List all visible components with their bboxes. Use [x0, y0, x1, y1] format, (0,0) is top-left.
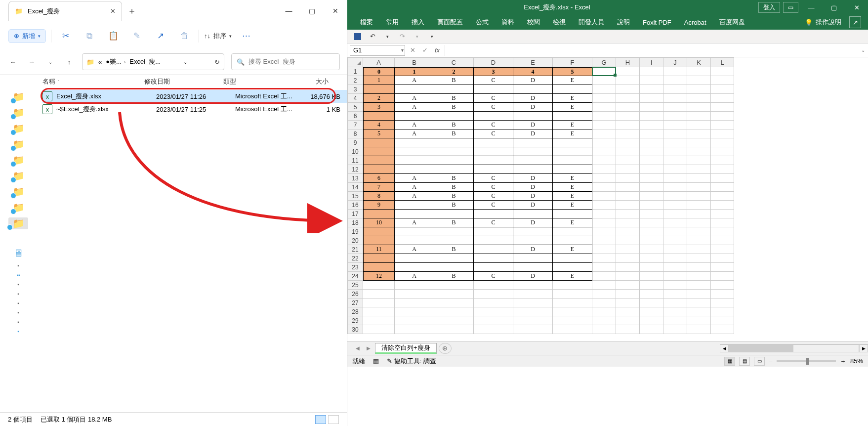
cell[interactable]: [687, 290, 711, 298]
fx-icon[interactable]: fx: [435, 46, 440, 54]
cell[interactable]: [711, 281, 734, 290]
cell[interactable]: [640, 67, 663, 76]
cell[interactable]: C: [474, 218, 513, 227]
cell[interactable]: [687, 112, 711, 121]
cell[interactable]: E: [553, 272, 592, 281]
row-header[interactable]: 8: [347, 129, 363, 138]
cell[interactable]: [592, 121, 616, 129]
row-header[interactable]: 1: [347, 67, 363, 76]
cell[interactable]: [640, 85, 663, 94]
cell[interactable]: A: [395, 183, 434, 192]
row-header[interactable]: 2: [347, 76, 363, 85]
cell[interactable]: [640, 263, 663, 272]
cell[interactable]: 2: [434, 67, 474, 76]
cell[interactable]: D: [513, 245, 553, 254]
cell[interactable]: [616, 76, 640, 85]
row-header[interactable]: 20: [347, 236, 363, 245]
cell[interactable]: [434, 307, 474, 316]
cell[interactable]: D: [513, 174, 553, 183]
cell[interactable]: E: [553, 94, 592, 103]
close-tab-icon[interactable]: ✕: [110, 7, 116, 15]
cell[interactable]: [592, 147, 616, 156]
row-header[interactable]: 21: [347, 245, 363, 254]
cell[interactable]: [363, 254, 395, 263]
ribbon-tab[interactable]: 檢視: [547, 15, 572, 30]
cell[interactable]: C: [474, 174, 513, 183]
cell[interactable]: [711, 103, 734, 112]
status-accessibility[interactable]: ✎ 協助工具: 調查: [387, 357, 436, 366]
cell[interactable]: [474, 147, 513, 156]
ribbon-tab[interactable]: Foxit PDF: [637, 15, 677, 30]
cell[interactable]: [513, 263, 553, 272]
cell[interactable]: [663, 156, 687, 165]
cell[interactable]: [711, 236, 734, 245]
share-icon[interactable]: ↗: [849, 16, 861, 28]
cell[interactable]: C: [474, 183, 513, 192]
cell[interactable]: [513, 112, 553, 121]
cell[interactable]: C: [474, 129, 513, 138]
cell[interactable]: A: [395, 103, 434, 112]
cell[interactable]: A: [395, 272, 434, 281]
cell[interactable]: [616, 94, 640, 103]
new-button[interactable]: ⊕ 新增 ▾: [8, 29, 46, 43]
row-header[interactable]: 23: [347, 263, 363, 272]
up-button[interactable]: ↑: [63, 56, 75, 68]
cell[interactable]: A: [395, 129, 434, 138]
cell[interactable]: [687, 298, 711, 307]
cell[interactable]: [434, 210, 474, 218]
cell[interactable]: [553, 147, 592, 156]
column-header[interactable]: C: [434, 57, 474, 67]
cell[interactable]: [640, 254, 663, 263]
cell[interactable]: D: [513, 76, 553, 85]
cell[interactable]: [592, 325, 616, 334]
cell[interactable]: [592, 290, 616, 298]
cell[interactable]: [711, 218, 734, 227]
column-header[interactable]: H: [616, 57, 640, 67]
cell[interactable]: [474, 138, 513, 147]
cell[interactable]: [553, 254, 592, 263]
cell[interactable]: [592, 67, 616, 76]
cell[interactable]: [513, 254, 553, 263]
cell[interactable]: [616, 165, 640, 174]
cell[interactable]: A: [395, 192, 434, 201]
cell[interactable]: C: [474, 76, 513, 85]
file-row[interactable]: x Excel_瘦身.xlsx 2023/01/27 11:26 Microso…: [42, 90, 347, 103]
cell[interactable]: E: [553, 218, 592, 227]
cell[interactable]: [513, 236, 553, 245]
cell[interactable]: [711, 263, 734, 272]
cell[interactable]: [687, 183, 711, 192]
spreadsheet-grid[interactable]: ◢ABCDEFGHIJKL101234521ABCDE342ABCDE53ABC…: [347, 57, 868, 341]
cell[interactable]: [513, 156, 553, 165]
formula-input[interactable]: [445, 45, 858, 56]
cell[interactable]: [640, 210, 663, 218]
row-header[interactable]: 30: [347, 325, 363, 334]
cell[interactable]: [687, 307, 711, 316]
name-box[interactable]: G1 ▾: [350, 45, 405, 56]
cell[interactable]: C: [474, 94, 513, 103]
cell[interactable]: [640, 290, 663, 298]
cell[interactable]: [616, 85, 640, 94]
row-header[interactable]: 4: [347, 94, 363, 103]
cell[interactable]: [640, 298, 663, 307]
cell[interactable]: [663, 183, 687, 192]
row-header[interactable]: 6: [347, 112, 363, 121]
explorer-tab[interactable]: 📁 Excel_瘦身 ✕: [8, 1, 122, 21]
cell[interactable]: [395, 165, 434, 174]
cell[interactable]: [363, 281, 395, 290]
ribbon-tab[interactable]: 說明: [611, 15, 636, 30]
cell[interactable]: [592, 112, 616, 121]
file-row[interactable]: x ~$Excel_瘦身.xlsx 2023/01/27 11:25 Micro…: [42, 103, 347, 116]
back-button[interactable]: ←: [7, 56, 19, 68]
cell[interactable]: E: [553, 121, 592, 129]
cell[interactable]: [363, 263, 395, 272]
cell[interactable]: 1: [395, 67, 434, 76]
ribbon-tab[interactable]: 檔案: [354, 15, 379, 30]
row-header[interactable]: 17: [347, 210, 363, 218]
cell[interactable]: [434, 236, 474, 245]
cell[interactable]: B: [434, 76, 474, 85]
ribbon-tab[interactable]: 校閱: [521, 15, 546, 30]
cell[interactable]: C: [474, 103, 513, 112]
cell[interactable]: [553, 281, 592, 290]
cell[interactable]: 8: [363, 192, 395, 201]
cell[interactable]: [640, 156, 663, 165]
